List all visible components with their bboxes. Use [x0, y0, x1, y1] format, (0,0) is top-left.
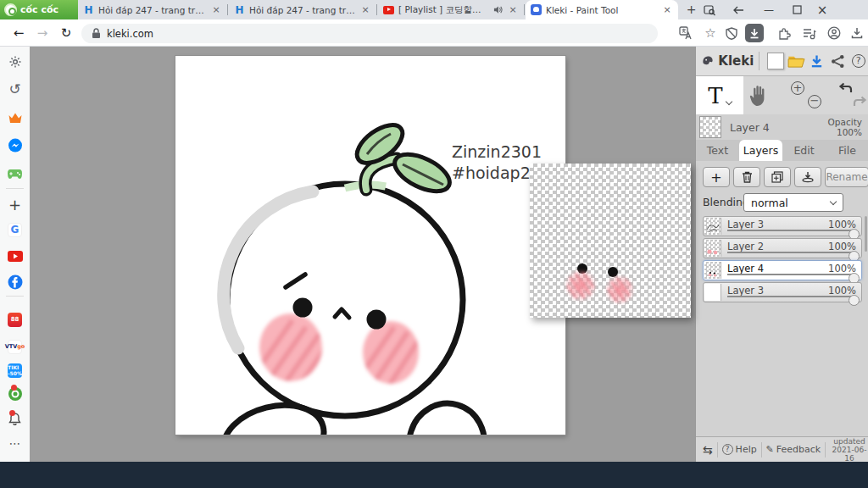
back-button[interactable]: ← — [10, 25, 27, 42]
url-field[interactable]: kleki.com — [81, 24, 658, 43]
open-file-button[interactable] — [786, 54, 807, 69]
updated-date: 2021-06-16 — [832, 446, 867, 463]
add-layer-button[interactable]: + — [703, 167, 730, 187]
adblock-shield-icon[interactable] — [722, 24, 741, 42]
preview-blush — [604, 274, 635, 306]
recent-tabs-button[interactable] — [726, 0, 751, 19]
window-minimize-button[interactable]: — — [756, 0, 782, 19]
download-progress-icon[interactable] — [745, 24, 764, 42]
sidebar-tiki-sale-icon[interactable]: TIKI-50% — [0, 359, 30, 381]
sidebar-settings-icon[interactable] — [0, 51, 30, 73]
tab-title: [ Playlist ] 코딩할때 든 — [398, 4, 489, 16]
tab-close-icon[interactable]: × — [210, 4, 222, 16]
tab-audio-icon[interactable] — [493, 5, 503, 14]
layer-row-3-top[interactable]: Layer 3 100% — [703, 216, 862, 236]
merge-layer-button[interactable] — [794, 167, 821, 187]
tab-close-icon[interactable]: × — [507, 4, 519, 16]
window-maximize-button[interactable] — [784, 0, 810, 19]
opacity-slider-track[interactable] — [727, 230, 853, 231]
kleki-app-name: Kleki — [718, 53, 754, 69]
current-layer-strip[interactable]: Layer 4 Opacity 100% — [696, 114, 868, 140]
kleki-footer: ⇆ ? Help ✎ Feedback updated 2021-06-16 — [696, 436, 868, 462]
layer-name: Layer 4 — [727, 263, 764, 274]
duplicate-layer-button[interactable] — [764, 167, 791, 187]
feedback-button[interactable]: ✎ Feedback — [766, 444, 821, 455]
sidebar-facebook-icon[interactable] — [0, 271, 30, 293]
sidebar-shop-88-icon[interactable]: 88 — [0, 308, 30, 330]
sidebar-google-icon[interactable]: G — [0, 219, 30, 241]
paint-canvas[interactable]: Zinzin2301 #hoidap247 — [175, 56, 565, 435]
opacity-slider-track[interactable] — [727, 274, 853, 275]
footer-divider — [761, 442, 762, 458]
sidebar-add-shortcut-icon[interactable]: + — [0, 193, 30, 215]
footer-divider — [825, 442, 826, 458]
save-download-button[interactable] — [806, 54, 827, 69]
bookmark-star-icon[interactable]: ☆ — [701, 24, 720, 42]
delete-layer-button[interactable] — [733, 167, 760, 187]
profile-avatar-icon[interactable] — [825, 24, 843, 42]
layer-row-3-bottom[interactable]: Layer 3 100% — [703, 282, 862, 302]
sidebar-messenger-icon[interactable] — [0, 135, 30, 157]
extensions-puzzle-icon[interactable] — [775, 24, 793, 42]
music-playlist-icon[interactable] — [800, 24, 819, 42]
window-close-button[interactable]: × — [810, 0, 835, 19]
blending-label: Blending — [703, 196, 749, 208]
tab-separator — [376, 4, 377, 15]
zoom-in-button[interactable]: + — [791, 81, 804, 95]
layer-row-4-selected[interactable]: Layer 4 100% — [703, 260, 862, 280]
opacity-slider-track[interactable] — [727, 296, 853, 297]
reload-button[interactable]: ↻ — [58, 25, 75, 42]
opacity-value: 100% — [837, 127, 862, 137]
blending-select[interactable]: normal — [743, 193, 843, 212]
tab-edit[interactable]: Edit — [782, 140, 826, 161]
forward-button[interactable]: → — [34, 25, 51, 42]
tab-close-icon[interactable]: × — [661, 4, 673, 16]
layers-scrollbar[interactable] — [865, 216, 867, 252]
sidebar-coccoc-feed-icon[interactable] — [0, 383, 30, 405]
question-icon: ? — [722, 444, 733, 455]
kleki-logo-icon — [701, 53, 715, 69]
current-layer-thumbnail[interactable] — [699, 116, 721, 138]
opacity-slider-knob[interactable] — [849, 295, 860, 306]
tab-hoidap-2[interactable]: H Hỏi đáp 247 - trang tra loi × — [229, 0, 376, 19]
feedback-label: Feedback — [776, 444, 821, 455]
layer-row-2[interactable]: Layer 2 100% — [703, 238, 862, 258]
updated-info: updated 2021-06-16 — [830, 437, 868, 463]
new-image-button[interactable] — [765, 53, 786, 69]
opacity-slider-track[interactable] — [727, 252, 853, 253]
hand-tool-button[interactable] — [748, 83, 771, 109]
downloads-tray-icon[interactable] — [848, 24, 866, 42]
layer-name: Layer 2 — [727, 241, 764, 252]
tab-close-icon[interactable]: × — [359, 4, 371, 16]
swap-arrows-icon[interactable]: ⇆ — [703, 443, 713, 457]
help-circle-icon[interactable]: ? — [848, 54, 868, 68]
tab-hoidap-1[interactable]: H Hỏi đáp 247 - trang tra loi × — [78, 0, 227, 19]
sidebar-games-icon[interactable] — [0, 163, 30, 185]
sidebar-more-icon[interactable]: ⋯ — [0, 432, 30, 454]
sidebar-rewards-crown-icon[interactable] — [0, 107, 30, 129]
share-button[interactable] — [827, 54, 849, 69]
youtube-favicon — [383, 4, 394, 15]
search-tabs-button[interactable] — [697, 0, 722, 19]
help-button[interactable]: ? Help — [722, 444, 757, 455]
tab-kleki[interactable]: Kleki - Paint Tool × — [526, 0, 678, 19]
tab-text[interactable]: Text — [696, 140, 739, 161]
tab-bar: cốc cốc H Hỏi đáp 247 - trang tra loi × … — [0, 0, 868, 19]
text-tool-button[interactable]: T — [696, 76, 743, 114]
signature-line-1: Zinzin2301 — [452, 141, 551, 163]
sidebar-vtv-go-icon[interactable]: VTVgo — [0, 336, 30, 358]
tab-youtube-playlist[interactable]: [ Playlist ] 코딩할때 든 × — [378, 0, 524, 19]
rename-layer-button[interactable]: Rename — [825, 167, 868, 187]
zoom-out-button[interactable]: − — [808, 95, 821, 108]
brand-name: cốc cốc — [20, 4, 58, 15]
sidebar-history-icon[interactable]: ↺ — [0, 78, 30, 100]
help-label: Help — [736, 444, 757, 455]
translate-icon[interactable] — [676, 24, 695, 42]
lock-icon[interactable] — [92, 28, 101, 39]
browser-brand[interactable]: cốc cốc — [0, 0, 78, 19]
redo-button[interactable] — [852, 95, 867, 113]
sidebar-notifications-bell-icon[interactable] — [0, 408, 30, 430]
tab-file[interactable]: File — [826, 140, 868, 161]
sidebar-youtube-icon[interactable] — [0, 245, 30, 267]
tab-layers[interactable]: Layers — [739, 140, 782, 161]
